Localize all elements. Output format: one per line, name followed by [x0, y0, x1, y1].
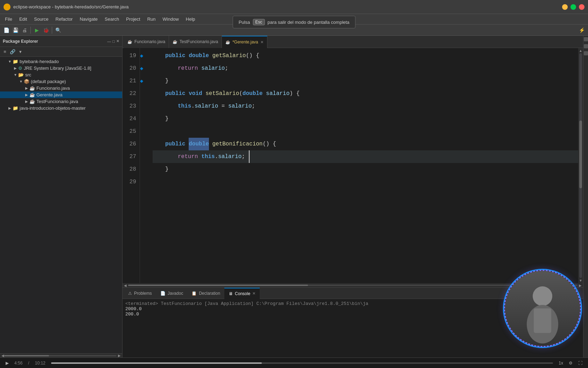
sidebar-scrollbar[interactable]: ◀ ▶: [0, 353, 122, 357]
right-panel-btn-1[interactable]: [584, 37, 588, 41]
toolbar-debug[interactable]: 🐞: [42, 26, 50, 34]
menu-navigate[interactable]: Navigate: [76, 15, 101, 23]
toolbar-search[interactable]: 🔍: [54, 26, 62, 34]
line-num-28: 28: [122, 163, 136, 176]
package-icon: 📦: [24, 79, 29, 84]
fullscreen-btn[interactable]: ⛶: [578, 361, 582, 366]
toolbar-save[interactable]: 💾: [11, 26, 20, 34]
scroll-left-btn[interactable]: ◀: [1, 354, 4, 357]
tab-icon-testfuncionario: ☕: [173, 40, 177, 44]
tab-problems[interactable]: ⚠ Problems: [124, 288, 156, 299]
maximize-button[interactable]: [570, 4, 576, 10]
javadoc-icon: 📄: [160, 291, 166, 296]
chevron-file-2: ▶: [24, 93, 29, 97]
menu-help[interactable]: Help: [182, 15, 199, 23]
tab-problems-label: Problems: [134, 291, 152, 296]
vscroll-up[interactable]: ▲: [579, 49, 582, 53]
jre-library[interactable]: ▶ ⚙ JRE System Library [JavaSE-1.8]: [0, 65, 122, 71]
problems-icon: ⚠: [128, 291, 132, 296]
code-line-24: }: [153, 113, 578, 125]
code-line-28: }: [153, 163, 578, 176]
toolbar-separator-2: [52, 27, 52, 34]
scroll-thumb: [4, 355, 49, 356]
code-content[interactable]: public double getSalario () { return sal…: [147, 48, 578, 283]
menu-search[interactable]: Search: [101, 15, 122, 23]
sidebar-close[interactable]: ✕: [116, 39, 119, 43]
chevron-open-pkg: ▼: [18, 80, 24, 83]
minimize-button[interactable]: [562, 4, 568, 10]
file-gerente[interactable]: ▶ ☕ Gerente.java: [0, 91, 122, 98]
hscroll-left[interactable]: ◀: [124, 284, 127, 287]
notif-text: para salir del modo de pantalla completa: [267, 20, 349, 25]
menu-project[interactable]: Project: [122, 15, 144, 23]
scroll-right-btn[interactable]: ▶: [118, 354, 121, 357]
tab-declaration-label: Declaration: [199, 291, 220, 296]
vscroll-track[interactable]: [579, 53, 582, 278]
line-num-19: 19: [122, 49, 136, 62]
tab-label-funcionario: Funcionario.java: [134, 39, 165, 44]
toolbar-print[interactable]: 🖨: [20, 26, 29, 34]
menu-source[interactable]: Source: [30, 15, 52, 23]
src-folder-label: src: [25, 72, 31, 77]
library-icon: ⚙: [18, 66, 22, 71]
menu-window[interactable]: Window: [159, 15, 182, 23]
line-num-29: 29: [122, 176, 136, 188]
tab-close-gerente[interactable]: ✕: [260, 40, 264, 45]
hscroll-right[interactable]: ▶: [579, 284, 582, 287]
editor-vscrollbar[interactable]: ▲ ▼: [578, 48, 583, 283]
file-funcionario-label: Funcionario.java: [36, 86, 70, 91]
esc-key-badge[interactable]: Esc: [253, 19, 265, 25]
menu-refactor[interactable]: Refactor: [52, 15, 76, 23]
cursor: [245, 150, 250, 163]
menu-file[interactable]: File: [1, 15, 16, 23]
vscroll-down[interactable]: ▼: [579, 279, 582, 282]
line-num-23: 23: [122, 100, 136, 113]
project-java-intro[interactable]: ▶ 📁 java-introduccion-objetos-master: [0, 105, 122, 111]
chevron-open: ▼: [7, 60, 13, 63]
hscroll-track[interactable]: [128, 285, 578, 286]
console-close[interactable]: ✕: [252, 291, 255, 296]
file-gerente-label: Gerente.java: [36, 92, 62, 97]
link-with-editor[interactable]: 🔗: [9, 48, 16, 55]
toolbar-quick-access[interactable]: ⚡: [578, 26, 586, 34]
settings-btn[interactable]: ⚙: [569, 361, 573, 366]
toolbar-separator-1: [30, 27, 31, 34]
right-panel-btn-2[interactable]: [584, 44, 588, 48]
right-panel-btn-3[interactable]: [584, 51, 588, 55]
sidebar-maximize[interactable]: □: [112, 39, 115, 43]
collapse-all[interactable]: ≡: [1, 48, 8, 55]
toolbar-run[interactable]: ▶: [33, 26, 41, 34]
tab-gerente[interactable]: ☕ *Gerente.java ✕: [222, 36, 267, 48]
sidebar-header: Package Explorer — □ ✕: [0, 36, 122, 47]
file-testfuncionario[interactable]: ▶ ☕ TestFuncionario.java: [0, 98, 122, 105]
scroll-track[interactable]: [4, 355, 117, 356]
play-button[interactable]: ▶: [6, 361, 9, 366]
video-overlay: [504, 270, 581, 347]
window-controls: [562, 4, 584, 10]
tab-console[interactable]: 🖥 Console ✕: [224, 288, 260, 299]
menu-run[interactable]: Run: [144, 15, 159, 23]
default-package[interactable]: ▼ 📦 (default package): [0, 78, 122, 85]
file-funcionario[interactable]: ▶ ☕ Funcionario.java: [0, 85, 122, 91]
current-time: 4:56: [14, 361, 22, 366]
src-folder[interactable]: ▼ 📂 src: [0, 71, 122, 78]
line-num-24: 24: [122, 113, 136, 125]
tab-javadoc[interactable]: 📄 Javadoc: [156, 288, 188, 299]
tab-testfuncionario[interactable]: ☕ TestFuncionario.java: [169, 36, 222, 48]
menu-edit[interactable]: Edit: [16, 15, 30, 23]
project-bytebank[interactable]: ▼ 📁 bytebank-heredado: [0, 58, 122, 65]
toolbar-new[interactable]: 📄: [2, 26, 10, 34]
src-folder-icon: 📂: [18, 72, 24, 77]
code-line-25: [153, 125, 578, 138]
file-testfuncionario-label: TestFuncionario.java: [36, 99, 78, 104]
arrow-gutter: ◆ ◆ ◆: [140, 48, 147, 283]
main-area: Package Explorer — □ ✕ ≡ 🔗 ▾ ▼ 📁 byteban…: [0, 36, 588, 357]
sidebar-minimize[interactable]: —: [107, 39, 111, 43]
tab-funcionario[interactable]: ☕ Funcionario.java: [124, 36, 169, 48]
tab-declaration[interactable]: 📋 Declaration: [187, 288, 224, 299]
progress-bar-track[interactable]: [51, 362, 553, 364]
sidebar-toolbar: ≡ 🔗 ▾: [0, 47, 122, 57]
close-button[interactable]: [579, 4, 584, 10]
file-tree: ▼ 📁 bytebank-heredado ▶ ⚙ JRE System Lib…: [0, 57, 122, 353]
sidebar-view-menu[interactable]: ▾: [17, 48, 24, 55]
